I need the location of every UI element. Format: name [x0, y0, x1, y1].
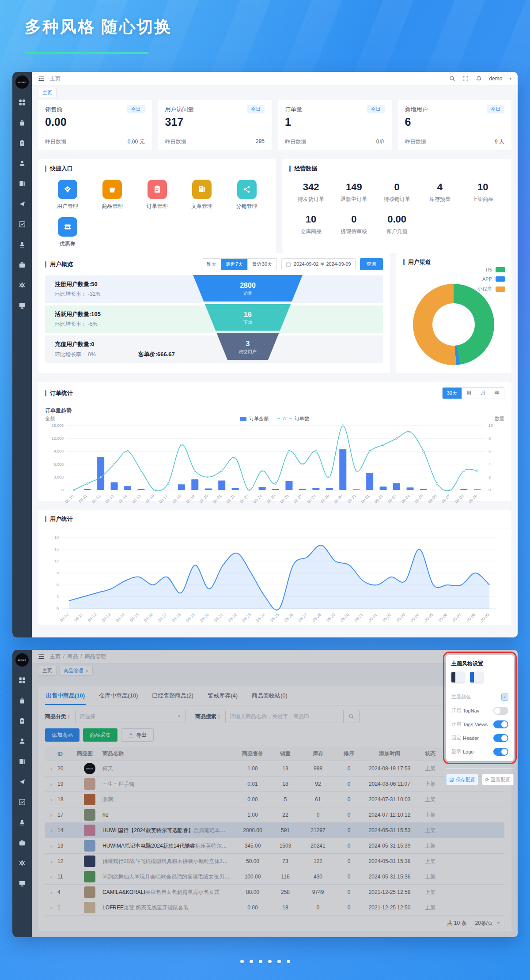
sidebar-item-maintain-screen[interactable]: [12, 873, 32, 893]
svg-text:08-21: 08-21: [213, 612, 223, 622]
toggle-Tags-Views[interactable]: [493, 720, 508, 728]
carousel-dot-5[interactable]: [277, 960, 281, 963]
carousel-dot-4[interactable]: [268, 960, 272, 963]
sidebar-item-user[interactable]: [12, 731, 32, 751]
toggle-Logo[interactable]: [493, 748, 508, 756]
sidebar-item-distribution-user[interactable]: [12, 812, 32, 833]
drawer-title: 主题风格设置: [451, 660, 508, 667]
svg-text:08-18: 08-18: [171, 612, 182, 622]
save-config-button[interactable]: 保存配置: [446, 774, 478, 785]
sidebar-item-content-book[interactable]: [12, 751, 32, 772]
fullscreen-icon[interactable]: [462, 75, 469, 82]
svg-text:08-26: 08-26: [284, 612, 294, 622]
theme-row-label-en: Tags-Views: [463, 722, 488, 727]
carousel-dot-3[interactable]: [259, 960, 262, 963]
order-clipboard-icon: [148, 180, 167, 199]
sidebar-item-goods-bag[interactable]: [12, 113, 32, 133]
svg-text:08-17: 08-17: [157, 612, 167, 622]
svg-text:6,000: 6,000: [53, 462, 64, 467]
drawer-overlay[interactable]: [32, 650, 518, 937]
range-button-最近7天[interactable]: 最近7天: [221, 259, 247, 270]
marketing-plane-icon: [19, 200, 26, 207]
sidebar-item-content-book[interactable]: [12, 173, 32, 194]
svg-text:09-01: 09-01: [360, 494, 370, 504]
sidebar-item-order-clipboard[interactable]: [12, 711, 32, 731]
hero-underline: [26, 52, 148, 54]
sidebar-item-statistics-chart[interactable]: [12, 792, 32, 812]
sidebar-item-dashboard-grid[interactable]: [12, 92, 32, 113]
range-button-周[interactable]: 周: [462, 388, 476, 399]
quick-entry-label: 分销管理: [236, 203, 257, 210]
menu-fold-icon[interactable]: [38, 75, 45, 82]
date-range-picker[interactable]: 2024-09-02 至 2024-09-09: [281, 258, 356, 270]
sidebar-item-marketing-plane[interactable]: [12, 772, 32, 792]
finance-case-icon: [19, 261, 26, 268]
svg-text:08-19: 08-19: [186, 612, 196, 622]
carousel-dot-1[interactable]: [240, 960, 244, 963]
svg-text:0: 0: [488, 488, 491, 492]
sidebar-item-marketing-plane[interactable]: [12, 194, 32, 214]
range-button-30天[interactable]: 30天: [443, 388, 462, 399]
svg-text:4: 4: [488, 462, 491, 467]
quick-entry-分销管理[interactable]: 分销管理: [224, 180, 269, 210]
sidebar-item-dashboard-grid[interactable]: [12, 670, 32, 690]
section-title: 用户概览: [45, 260, 73, 268]
quick-entry-label: 文章管理: [191, 203, 212, 210]
theme-style-dark-option[interactable]: [451, 672, 465, 682]
sidebar-item-finance-case[interactable]: [12, 833, 32, 853]
order-trend-chart: 03,0006,0009,00012,00015,000024681008-10…: [45, 422, 504, 509]
sidebar-item-maintain-screen[interactable]: [12, 295, 32, 316]
sidebar-item-settings-gear[interactable]: [12, 275, 32, 295]
toggle-TopNav[interactable]: [493, 707, 508, 715]
svg-text:12: 12: [54, 559, 59, 563]
quick-entry-优惠券[interactable]: 优惠券: [45, 217, 90, 248]
search-icon[interactable]: [449, 75, 455, 82]
tag-home[interactable]: 主页: [38, 88, 57, 98]
range-button-昨天[interactable]: 昨天: [202, 259, 221, 270]
quick-entry-商品管理[interactable]: 商品管理: [90, 180, 134, 210]
sidebar-item-distribution-user[interactable]: [12, 234, 32, 255]
quick-entry-label: 商品管理: [102, 203, 123, 210]
svg-text:访客: 访客: [243, 291, 252, 296]
svg-text:9: 9: [57, 571, 59, 575]
maintain-screen-icon: [19, 302, 26, 309]
user-menu[interactable]: demo: [489, 75, 502, 82]
bell-icon[interactable]: [476, 75, 482, 82]
svg-text:3: 3: [57, 595, 59, 599]
svg-text:08-25: 08-25: [269, 612, 280, 622]
toggle-Header[interactable]: [493, 734, 508, 742]
stat-cards-row: 销售额今日0.00昨日数据0.00 元用户访问量今日317昨日数据295订单量今…: [38, 100, 511, 150]
stat-foot-value: 0.00 元: [128, 138, 145, 146]
sidebar-item-settings-gear[interactable]: [12, 853, 32, 873]
legend-item-小程序: 小程序: [477, 286, 505, 292]
biz-stat: 342待发货订单: [289, 181, 332, 203]
theme-style-blue-option[interactable]: [470, 672, 483, 682]
range-button-最近30天[interactable]: 最近30天: [247, 259, 276, 270]
quick-entry-订单管理[interactable]: 订单管理: [135, 180, 179, 210]
svg-text:09-06: 09-06: [427, 494, 437, 504]
overview-row-growth: 环比增长率： -5%: [55, 320, 98, 328]
sidebar-item-statistics-chart[interactable]: [12, 214, 32, 234]
sidebar-item-user[interactable]: [12, 153, 32, 173]
sidebar-item-order-clipboard[interactable]: [12, 133, 32, 153]
legend-label: 小程序: [477, 286, 492, 292]
range-button-年[interactable]: 年: [490, 388, 504, 399]
carousel-dot-6[interactable]: [287, 960, 290, 963]
sidebar-item-finance-case[interactable]: [12, 255, 32, 275]
stat-foot-label: 昨日数据: [405, 138, 426, 146]
dashboard-screenshot-panel: crmeb 主页 demo ▾ 主页 销售额今日0.00昨日数据0.00 元用户…: [12, 72, 518, 637]
quick-entry-文章管理[interactable]: 文章管理: [179, 180, 224, 210]
user-trend-chart: 036912151808-1008-1108-1208-1308-1408-15…: [45, 531, 504, 629]
sidebar-item-goods-bag[interactable]: [12, 690, 32, 711]
theme-color-swatch[interactable]: ✓: [501, 694, 508, 701]
order-stats-card: 订单统计 30天周月年 订单量趋势 金额 订单金额 订单数 数量 03,0006…: [38, 382, 511, 501]
query-button[interactable]: 查询: [360, 258, 383, 270]
svg-text:09-09: 09-09: [480, 612, 490, 622]
range-button-月[interactable]: 月: [476, 388, 490, 399]
quick-entry-用户管理[interactable]: 用户管理: [45, 180, 90, 210]
stat-value: 1: [285, 116, 385, 128]
legend-swatch: [496, 286, 505, 292]
carousel-dot-2[interactable]: [250, 960, 253, 963]
svg-text:0: 0: [61, 488, 64, 492]
reset-config-button[interactable]: ⟳重置配置: [482, 774, 514, 785]
